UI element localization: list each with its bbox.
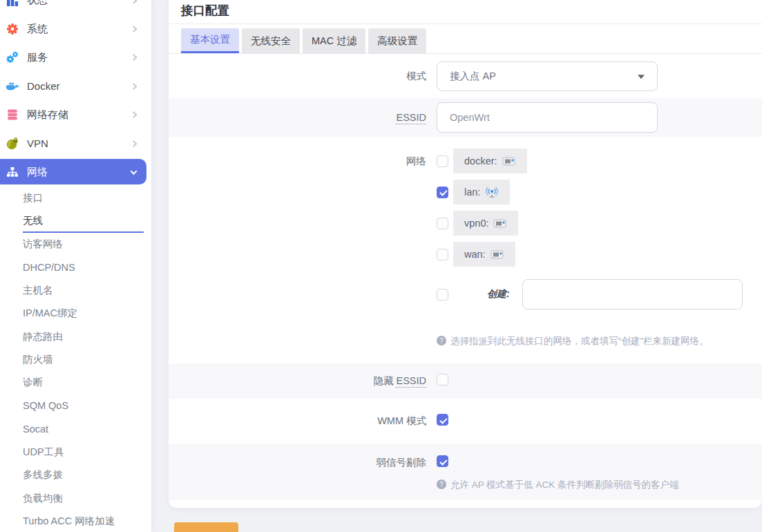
network-option-label: lan: bbox=[464, 187, 480, 198]
network-row: 网络 docker: lan: bbox=[169, 137, 762, 363]
hide-essid-label-essid: ESSID bbox=[396, 375, 426, 388]
sidebar-item-label: 系统 bbox=[27, 23, 48, 36]
question-icon bbox=[437, 336, 446, 345]
network-option-label: vpn0: bbox=[464, 218, 488, 229]
shield-lock-icon bbox=[6, 137, 19, 151]
tab-mac-filter[interactable]: MAC 过滤 bbox=[303, 28, 365, 53]
network-create-row: 创建: bbox=[437, 279, 762, 310]
sidebar-subitem-interfaces[interactable]: 接口 bbox=[23, 187, 151, 209]
network-submenu: 接口 无线 访客网络 DHCP/DNS 主机名 IP/MAC绑定 静态路由 防火… bbox=[0, 187, 151, 532]
network-option-label: wan: bbox=[464, 249, 486, 260]
gears-icon bbox=[6, 50, 19, 64]
ethernet-icon bbox=[493, 218, 507, 229]
essid-input[interactable] bbox=[437, 102, 658, 133]
weak-signal-row: 弱信号剔除 允许 AP 模式基于低 ACK 条件判断剔除弱信号的客户端 bbox=[169, 444, 762, 500]
chevron-right-icon bbox=[131, 83, 137, 90]
network-option-lan: lan: bbox=[437, 180, 762, 205]
sidebar-subitem-socat[interactable]: Socat bbox=[23, 417, 151, 440]
sidebar-item-network-storage[interactable]: 网络存储 bbox=[0, 101, 151, 129]
chevron-right-icon bbox=[131, 0, 137, 4]
create-label: 创建: bbox=[487, 288, 510, 301]
sidebar-subitem-turbo-acc[interactable]: Turbo ACC 网络加速 bbox=[23, 510, 151, 532]
hide-essid-row: 隐藏 ESSID bbox=[169, 363, 762, 399]
sidebar-item-services[interactable]: 服务 bbox=[0, 44, 151, 72]
weak-signal-label: 弱信号剔除 bbox=[169, 444, 426, 500]
network-option-wan: wan: bbox=[437, 242, 762, 267]
mode-selected-value: 接入点 AP bbox=[450, 70, 496, 83]
sidebar-subitem-guest-network[interactable]: 访客网络 bbox=[23, 233, 151, 256]
hide-essid-label: 隐藏 bbox=[373, 375, 393, 386]
network-option-docker: docker: bbox=[437, 149, 762, 173]
sidebar-subitem-wireless[interactable]: 无线 bbox=[23, 209, 151, 232]
sidebar-subitem-static-routes[interactable]: 静态路由 bbox=[23, 325, 151, 348]
sidebar: 状态 系统 服务 Docker bbox=[0, 0, 152, 532]
subitem-label: 访客网络 bbox=[23, 238, 63, 251]
subitem-label: DHCP/DNS bbox=[23, 262, 75, 273]
sidebar-subitem-ip-mac-binding[interactable]: IP/MAC绑定 bbox=[23, 302, 151, 325]
sidebar-subitem-multi-wan[interactable]: 多线多拨 bbox=[23, 464, 151, 486]
interface-config-card: 接口配置 基本设置 无线安全 MAC 过滤 高级设置 模式 接入点 AP ESS… bbox=[169, 0, 762, 508]
tab-advanced-settings[interactable]: 高级设置 bbox=[368, 28, 426, 53]
network-option-label: docker: bbox=[464, 155, 497, 167]
sidebar-item-vpn[interactable]: VPN bbox=[0, 129, 151, 158]
ethernet-icon bbox=[502, 155, 516, 167]
sitemap-icon bbox=[6, 165, 19, 179]
sidebar-item-label: 状态 bbox=[27, 0, 48, 7]
chevron-down-icon bbox=[638, 75, 645, 79]
sidebar-item-label: 网络存储 bbox=[27, 108, 68, 122]
save-apply-button[interactable] bbox=[174, 522, 238, 532]
sidebar-subitem-hostnames[interactable]: 主机名 bbox=[23, 278, 151, 301]
sidebar-subitem-udp-tools[interactable]: UDP工具 bbox=[23, 441, 151, 464]
lan-checkbox[interactable] bbox=[437, 187, 448, 198]
create-network-input[interactable] bbox=[522, 279, 743, 310]
subitem-label: 主机名 bbox=[23, 284, 53, 297]
sidebar-subitem-sqm-qos[interactable]: SQM QoS bbox=[23, 395, 151, 417]
weak-signal-checkbox[interactable] bbox=[437, 455, 448, 467]
network-help-text: 选择指派到此无线接口的网络，或者填写“创建”栏来新建网络。 bbox=[450, 335, 709, 348]
essid-row: ESSID bbox=[169, 98, 762, 137]
vpn0-checkbox[interactable] bbox=[437, 218, 448, 229]
chevron-right-icon bbox=[131, 140, 137, 147]
bar-chart-icon bbox=[6, 0, 19, 8]
create-checkbox[interactable] bbox=[437, 289, 448, 301]
docker-checkbox[interactable] bbox=[437, 155, 448, 167]
docker-whale-icon bbox=[6, 79, 19, 93]
network-label: 网络 bbox=[169, 149, 426, 363]
hide-essid-checkbox[interactable] bbox=[437, 374, 448, 386]
gear-icon bbox=[6, 22, 19, 36]
wmm-checkbox[interactable] bbox=[437, 414, 448, 426]
subitem-label: 静态路由 bbox=[23, 330, 63, 343]
subitem-label: 防火墙 bbox=[23, 353, 53, 366]
question-icon bbox=[437, 479, 446, 489]
network-option-vpn0: vpn0: bbox=[437, 211, 762, 236]
sidebar-item-network[interactable]: 网络 bbox=[0, 158, 151, 186]
chevron-right-icon bbox=[131, 55, 137, 61]
wifi-icon bbox=[485, 186, 499, 198]
subitem-label: SQM QoS bbox=[23, 400, 68, 411]
sidebar-item-system[interactable]: 系统 bbox=[0, 15, 151, 43]
mode-select[interactable]: 接入点 AP bbox=[437, 61, 658, 91]
active-item-highlight bbox=[0, 159, 146, 184]
chevron-right-icon bbox=[131, 111, 137, 118]
sidebar-nav: 状态 系统 服务 Docker bbox=[0, 0, 151, 532]
tab-basic-settings[interactable]: 基本设置 bbox=[181, 28, 239, 53]
sidebar-subitem-diagnostics[interactable]: 诊断 bbox=[23, 371, 151, 394]
sidebar-item-docker[interactable]: Docker bbox=[0, 72, 151, 100]
ethernet-icon bbox=[490, 249, 504, 260]
sidebar-subitem-dhcp-dns[interactable]: DHCP/DNS bbox=[23, 256, 151, 278]
sidebar-item-status[interactable]: 状态 bbox=[0, 0, 151, 15]
subitem-label: Turbo ACC 网络加速 bbox=[23, 515, 115, 528]
subitem-label: IP/MAC绑定 bbox=[23, 307, 77, 320]
sidebar-subitem-firewall[interactable]: 防火墙 bbox=[23, 348, 151, 371]
sidebar-item-label: 服务 bbox=[27, 51, 48, 64]
subitem-label: 诊断 bbox=[23, 376, 43, 389]
wan-checkbox[interactable] bbox=[437, 249, 448, 260]
sidebar-item-label: 网络 bbox=[27, 166, 48, 179]
sidebar-subitem-load-balancing[interactable]: 负载均衡 bbox=[23, 486, 151, 509]
network-help: 选择指派到此无线接口的网络，或者填写“创建”栏来新建网络。 bbox=[437, 335, 762, 348]
sidebar-item-label: Docker bbox=[27, 80, 60, 92]
main-content: 接口配置 基本设置 无线安全 MAC 过滤 高级设置 模式 接入点 AP ESS… bbox=[169, 0, 762, 532]
tab-wireless-security[interactable]: 无线安全 bbox=[242, 28, 300, 53]
sidebar-item-label: VPN bbox=[27, 137, 48, 149]
subitem-label: Socat bbox=[23, 424, 48, 435]
